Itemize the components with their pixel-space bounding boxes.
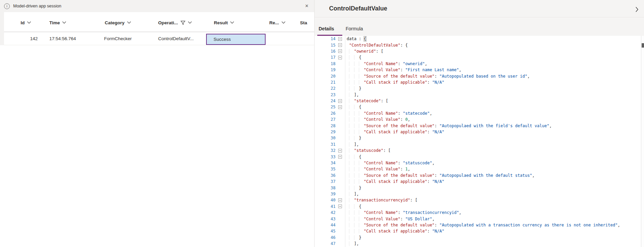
column-header-result[interactable]: Result xyxy=(214,19,234,26)
indent-guide xyxy=(354,173,354,178)
info-icon: i xyxy=(4,3,10,9)
close-icon[interactable]: ✕ xyxy=(302,1,312,11)
json-key: "statuscode" xyxy=(354,148,383,153)
column-header-category[interactable]: Category xyxy=(105,19,131,26)
json-punct: , xyxy=(532,173,535,178)
collapse-toggle-icon[interactable] xyxy=(338,204,342,208)
chevron-down-icon[interactable] xyxy=(27,21,31,24)
collapse-minus xyxy=(339,206,341,207)
line-number: 47 xyxy=(315,241,336,246)
json-punct: , xyxy=(549,124,552,128)
indent-guide xyxy=(349,186,349,190)
column-header-id[interactable]: Id xyxy=(21,19,31,26)
indent-guide xyxy=(359,161,359,165)
json-punct: : xyxy=(400,117,405,122)
collapse-toggle-icon[interactable] xyxy=(338,56,342,59)
collapse-toggle-icon[interactable] xyxy=(338,99,342,103)
collapse-toggle-icon[interactable] xyxy=(338,49,342,53)
collapse-minus xyxy=(339,101,341,101)
code-text: ], xyxy=(347,142,359,147)
indent-guide xyxy=(349,55,349,60)
collapse-toggle-icon[interactable] xyxy=(338,198,342,202)
column-header-time[interactable]: Time xyxy=(49,19,66,26)
indent-guide xyxy=(359,117,359,122)
cell-result-selected[interactable]: Success xyxy=(206,34,266,45)
cell-operation[interactable]: ControlDefaultV... xyxy=(158,36,194,43)
column-header-sta[interactable]: Sta xyxy=(300,19,307,26)
collapse-gutter xyxy=(336,56,344,59)
json-string: "N/A" xyxy=(432,130,444,134)
indent-guide xyxy=(354,130,354,134)
header-divider xyxy=(4,32,314,32)
code-text: "Call stack if applicable": "N/A" xyxy=(347,80,444,85)
json-punct: : { xyxy=(400,43,408,48)
json-key: "Control Value" xyxy=(364,67,400,72)
code-line-14: 14data : { xyxy=(315,36,644,42)
column-header-operati[interactable]: Operati... xyxy=(158,19,192,26)
tab-details[interactable]: Details xyxy=(319,26,334,31)
column-header-label: Time xyxy=(49,20,60,25)
chevron-down-icon[interactable] xyxy=(281,21,286,24)
indent-guide xyxy=(349,67,349,72)
line-number: 43 xyxy=(315,217,336,221)
line-number: 37 xyxy=(315,179,336,184)
indent-guide xyxy=(359,210,359,215)
line-number: 14 xyxy=(315,36,336,41)
details-panel-titlebar: ControlDefaultValue xyxy=(315,0,644,18)
indent-guide xyxy=(354,235,354,240)
collapse-toggle-icon[interactable] xyxy=(338,149,342,153)
session-panel: i Model-driven app session ✕ IdTimeCateg… xyxy=(0,0,314,247)
cell-category[interactable]: FormChecker xyxy=(104,36,132,43)
indent-guide xyxy=(354,74,354,79)
code-text: "Control Value": 0, xyxy=(347,117,410,122)
json-string: "transactioncurrencyid" xyxy=(403,210,459,215)
json-punct: : xyxy=(400,217,405,221)
line-number: 27 xyxy=(315,117,336,122)
chevron-down-icon[interactable] xyxy=(230,21,234,24)
filter-icon[interactable] xyxy=(180,20,185,25)
json-string: "statecode" xyxy=(403,111,429,116)
collapse-toggle-icon[interactable] xyxy=(338,105,342,109)
json-punct: : xyxy=(435,74,439,79)
code-line-22: 22 } xyxy=(315,85,644,91)
collapse-toggle-icon[interactable] xyxy=(338,37,342,41)
code-line-43: 43 "Control Value": "US Dollar", xyxy=(315,216,644,222)
chevron-right-icon[interactable] xyxy=(633,5,641,13)
code-text: "Source of the default value": "Autopopu… xyxy=(347,124,552,128)
indent-guide xyxy=(359,74,359,79)
chevron-down-icon[interactable] xyxy=(188,21,192,24)
code-text: { xyxy=(347,55,361,60)
details-panel: ControlDefaultValue Details Formula 14da… xyxy=(314,0,644,247)
chevron-down-icon[interactable] xyxy=(62,21,66,24)
json-punct: } xyxy=(359,186,361,190)
json-punct: , xyxy=(459,67,461,72)
indent-guide xyxy=(349,117,349,122)
chevron-down-icon[interactable] xyxy=(127,21,131,24)
vertical-scrollbar[interactable] xyxy=(641,36,644,247)
json-key: "Call stack if applicable" xyxy=(364,179,427,184)
cell-time[interactable]: 17:54:56.764 xyxy=(49,36,76,43)
scrollbar-thumb[interactable] xyxy=(642,43,644,48)
collapse-toggle-icon[interactable] xyxy=(338,155,342,159)
collapse-minus xyxy=(339,39,341,39)
json-punct: : xyxy=(427,130,432,134)
column-header-re[interactable]: Re... xyxy=(269,19,286,26)
indent-guide xyxy=(349,61,349,66)
code-line-40: 40 "transactioncurrencyid": [ xyxy=(315,197,644,203)
json-punct: : xyxy=(398,161,403,165)
collapse-toggle-icon[interactable] xyxy=(338,43,342,47)
json-string: "US Dollar" xyxy=(405,217,432,221)
code-line-46: 46 } xyxy=(315,235,644,241)
tab-formula[interactable]: Formula xyxy=(346,26,363,31)
collapse-gutter xyxy=(336,43,344,47)
line-number: 15 xyxy=(315,43,336,48)
indent-guide xyxy=(359,167,359,171)
cell-id[interactable]: 142 xyxy=(30,36,38,43)
indent-guide xyxy=(354,111,354,116)
collapse-gutter xyxy=(336,155,344,159)
json-key: "Control Value" xyxy=(364,167,400,171)
line-number: 29 xyxy=(315,130,336,134)
json-key: "Source of the default value" xyxy=(364,124,435,128)
indent-guide xyxy=(354,124,354,128)
indent-guide xyxy=(354,229,354,234)
